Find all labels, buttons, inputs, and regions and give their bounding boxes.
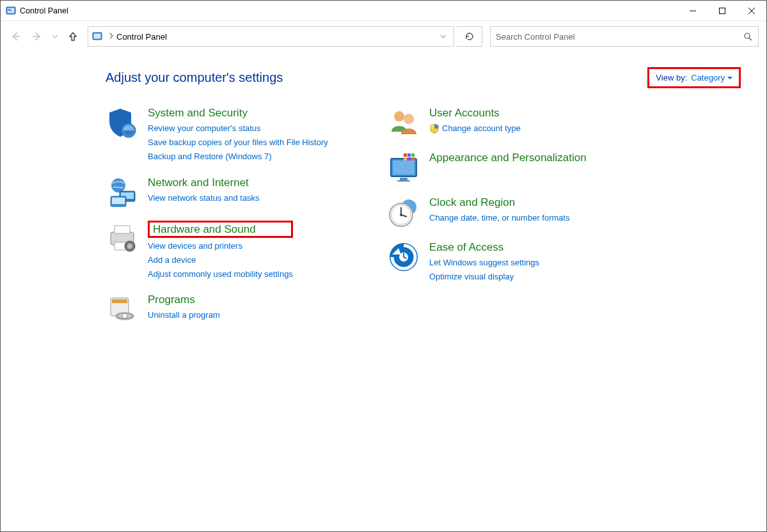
recent-dropdown-button[interactable] [49,26,61,47]
svg-rect-5 [720,8,725,13]
category-network: Network and Internet View network status… [106,176,387,209]
svg-point-12 [745,33,750,38]
page-heading: Adjust your computer's settings [106,70,283,85]
uninstall-program-link[interactable]: Uninstall a program [148,308,220,322]
svg-rect-3 [8,10,12,11]
shield-icon [106,106,139,139]
system-security-link[interactable]: System and Security [148,106,328,120]
titlebar: Control Panel [1,1,766,21]
category-clock: Clock and Region Change date, time, or n… [387,196,668,229]
control-panel-window: Control Panel [0,0,767,532]
svg-rect-26 [112,299,127,303]
svg-rect-35 [397,180,410,182]
svg-point-29 [122,313,127,318]
user-accounts-link[interactable]: User Accounts [429,106,521,120]
svg-rect-41 [411,157,415,160]
programs-icon [106,293,139,326]
svg-rect-2 [8,9,11,10]
backup-restore-link[interactable]: Backup and Restore (Windows 7) [148,150,328,164]
svg-point-15 [111,178,125,192]
svg-rect-40 [407,157,411,160]
address-dropdown-button[interactable] [433,27,454,46]
svg-rect-36 [404,153,407,157]
breadcrumb-control-panel[interactable]: Control Panel [116,32,167,42]
review-status-link[interactable]: Review your computer's status [148,121,328,136]
svg-rect-21 [115,226,130,233]
file-history-link[interactable]: Save backup copies of your files with Fi… [148,136,328,150]
forward-button[interactable] [28,26,47,47]
minimize-button[interactable] [678,1,708,21]
svg-point-30 [394,111,404,121]
svg-point-31 [404,114,414,124]
add-device-link[interactable]: Add a device [148,253,293,267]
maximize-button[interactable] [708,1,737,21]
ease-link[interactable]: Ease of Access [429,240,539,254]
ease-of-access-icon [387,240,420,274]
close-button[interactable] [737,1,766,21]
control-panel-small-icon [92,31,102,42]
svg-point-24 [127,244,132,249]
devices-printers-link[interactable]: View devices and printers [148,239,293,253]
view-by-label: View by: [656,73,687,82]
search-icon[interactable] [738,27,758,46]
svg-line-13 [749,38,752,40]
chevron-right-icon [109,32,114,41]
network-status-link[interactable]: View network status and tasks [148,191,260,205]
appearance-icon [387,151,420,184]
date-time-link[interactable]: Change date, time, or number formats [429,211,570,225]
svg-rect-39 [404,157,407,160]
search-input[interactable] [491,27,738,46]
svg-point-47 [400,214,402,216]
content: Adjust your computer's settings View by:… [1,52,766,531]
clock-icon [387,196,420,229]
view-by-control[interactable]: View by: Category [647,67,741,88]
clock-link[interactable]: Clock and Region [429,196,570,209]
category-system-security: System and Security Review your computer… [106,106,387,164]
hardware-highlight: Hardware and Sound [148,221,293,238]
address-bar[interactable]: Control Panel [88,26,454,47]
window-title: Control Panel [20,6,68,15]
users-icon [387,106,420,139]
svg-rect-33 [393,160,415,175]
category-hardware: Hardware and Sound View devices and prin… [106,221,387,282]
left-column: System and Security Review your computer… [106,106,387,338]
network-icon [106,176,139,209]
svg-rect-19 [112,198,125,204]
navbar: Control Panel [1,21,766,52]
svg-rect-38 [411,153,415,157]
dropdown-caret-icon [727,75,732,81]
windows-suggest-link[interactable]: Let Windows suggest settings [429,256,539,270]
mobility-settings-link[interactable]: Adjust commonly used mobility settings [148,267,293,281]
network-link[interactable]: Network and Internet [148,176,260,189]
category-user-accounts: User Accounts Change account type [387,106,668,139]
svg-rect-37 [407,153,411,157]
refresh-button[interactable] [457,26,482,47]
right-column: User Accounts Change account type [387,106,668,338]
svg-rect-11 [94,34,101,39]
back-button[interactable] [6,26,25,47]
uac-shield-icon [429,123,439,134]
category-programs: Programs Uninstall a program [106,293,387,326]
optimize-display-link[interactable]: Optimize visual display [429,270,539,284]
programs-link[interactable]: Programs [148,293,220,306]
svg-rect-34 [400,178,407,180]
view-by-value[interactable]: Category [691,73,732,82]
hardware-link[interactable]: Hardware and Sound [153,223,256,235]
category-appearance: Appearance and Personalization [387,151,668,184]
appearance-link[interactable]: Appearance and Personalization [429,151,587,164]
printer-icon [106,221,139,254]
up-button[interactable] [63,26,83,47]
change-account-type-link[interactable]: Change account type [429,121,521,136]
category-ease: Ease of Access Let Windows suggest setti… [387,240,668,284]
search-box[interactable] [490,26,759,47]
control-panel-icon [6,6,16,16]
